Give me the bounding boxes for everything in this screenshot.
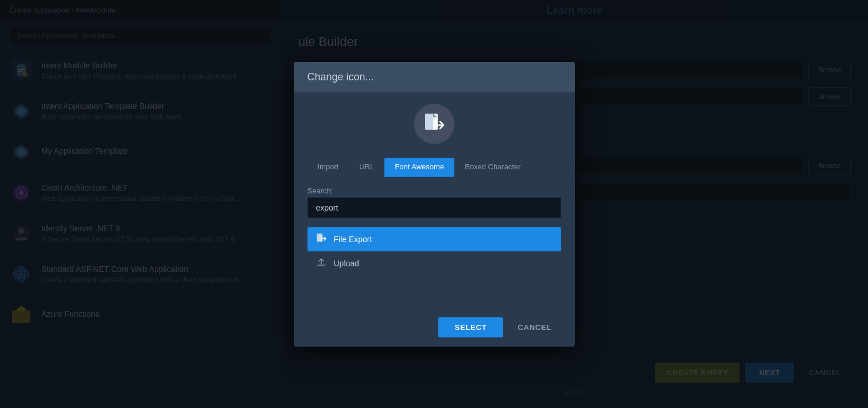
file-export-icon [316, 233, 327, 246]
cancel-dialog-button[interactable]: CANCEL [509, 317, 561, 337]
dialog-title: Change icon... [308, 71, 374, 83]
results-list: File Export Upload [308, 227, 561, 296]
search-label: Search: [308, 186, 561, 195]
dialog-footer: SELECT CANCEL [294, 308, 575, 347]
preview-icon-svg [423, 112, 446, 135]
result-label-upload: Upload [334, 259, 359, 268]
tab-url[interactable]: URL [349, 158, 384, 177]
dialog-body: Import URL Font Awesome Boxed Character … [294, 92, 575, 308]
tab-import[interactable]: Import [308, 158, 349, 177]
svg-rect-22 [425, 114, 433, 130]
tab-font-awesome[interactable]: Font Awesome [384, 158, 454, 177]
result-item-upload[interactable]: Upload [308, 251, 561, 275]
search-field[interactable] [308, 197, 561, 218]
icon-preview [308, 104, 561, 144]
tab-bar: Import URL Font Awesome Boxed Character [308, 158, 561, 177]
icon-circle [414, 104, 454, 144]
select-button[interactable]: SELECT [438, 317, 503, 337]
upload-icon [316, 257, 327, 270]
svg-rect-23 [433, 117, 438, 130]
search-section: Search: [308, 186, 561, 218]
tab-boxed-character[interactable]: Boxed Character [454, 158, 531, 177]
change-icon-dialog: Change icon... Import URL Font Awesome B… [294, 62, 575, 347]
svg-rect-25 [317, 234, 321, 242]
svg-rect-26 [317, 265, 325, 266]
result-item-file-export[interactable]: File Export [308, 227, 561, 251]
result-label-file-export: File Export [334, 235, 372, 244]
dialog-header: Change icon... [294, 62, 575, 92]
